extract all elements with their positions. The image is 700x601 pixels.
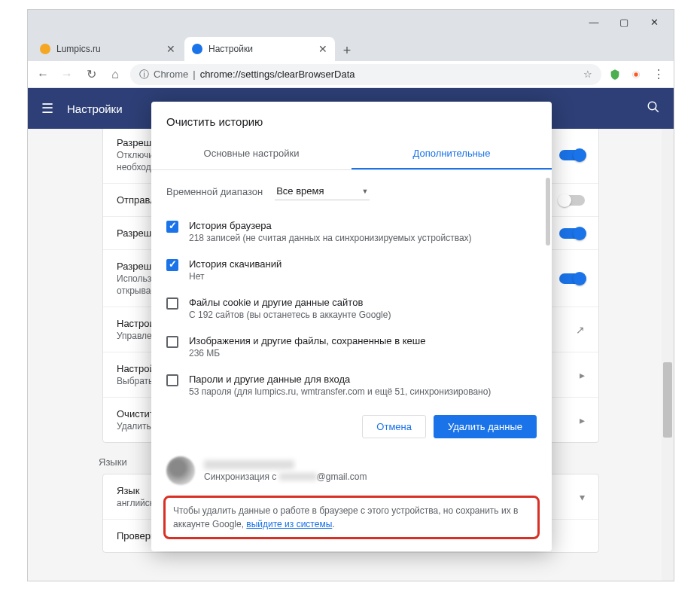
svg-point-1	[634, 72, 638, 76]
checkbox[interactable]	[166, 374, 178, 386]
time-range-label: Временной диапазон	[166, 186, 263, 197]
chevron-down-icon: ▾	[580, 491, 585, 503]
dialog-buttons: Отмена Удалить данные	[151, 404, 552, 449]
option-download-history[interactable]: История скачиванийНет	[166, 251, 537, 289]
checkbox[interactable]	[166, 336, 178, 348]
dialog-scrollbar[interactable]	[546, 178, 550, 246]
browser-window: — ▢ ✕ Lumpics.ru ✕ Настройки ✕ + ← → ↻ ⌂…	[27, 9, 674, 581]
address-bar: ← → ↻ ⌂ ⓘ Chrome | chrome://settings/cle…	[28, 61, 674, 88]
maximize-button[interactable]: ▢	[609, 11, 639, 32]
extension-shield-icon[interactable]	[607, 67, 622, 82]
window-titlebar: — ▢ ✕	[28, 10, 674, 34]
reload-button[interactable]: ↻	[82, 66, 100, 84]
close-tab-icon[interactable]: ✕	[318, 43, 327, 55]
tab-lumpics[interactable]: Lumpics.ru ✕	[32, 37, 183, 61]
checkbox[interactable]	[166, 259, 178, 271]
url-divider: |	[193, 69, 195, 80]
option-browsing-history[interactable]: История браузера218 записей (не считая д…	[166, 212, 537, 251]
bookmark-star-icon[interactable]: ☆	[583, 69, 592, 80]
site-info-icon[interactable]: ⓘ	[139, 68, 149, 81]
dialog-scroll-area: Временной диапазон Все время ▼ История б…	[151, 170, 552, 404]
new-tab-button[interactable]: +	[336, 40, 358, 61]
url-scheme: Chrome	[154, 69, 188, 80]
url-input[interactable]: ⓘ Chrome | chrome://settings/clearBrowse…	[130, 64, 601, 85]
url-path: chrome://settings/clearBrowserData	[200, 69, 355, 80]
home-button[interactable]: ⌂	[106, 66, 124, 84]
toggle-switch[interactable]	[559, 150, 585, 160]
tab-basic[interactable]: Основные настройки	[151, 139, 352, 169]
account-row: Синхронизация с @gmail.com	[151, 449, 552, 490]
page-content: ☰ Настройки Разреши…Отключивнеобходим… О…	[28, 88, 674, 581]
page-scrollbar[interactable]	[662, 129, 674, 581]
dialog-tabs: Основные настройки Дополнительные	[151, 139, 552, 170]
toggle-switch[interactable]	[559, 273, 585, 284]
dialog-title: Очистить историю	[151, 102, 552, 139]
favicon-lumpics	[40, 44, 50, 54]
sign-out-link[interactable]: выйдите из системы	[246, 519, 332, 529]
checkbox[interactable]	[166, 297, 178, 310]
settings-title: Настройки	[67, 102, 123, 115]
close-tab-icon[interactable]: ✕	[166, 43, 175, 55]
extension-meteor-icon[interactable]	[628, 67, 644, 82]
external-link-icon: ↗	[576, 324, 585, 336]
tab-strip: Lumpics.ru ✕ Настройки ✕ +	[28, 34, 674, 61]
option-cookies[interactable]: Файлы cookie и другие данные сайтовС 192…	[166, 289, 537, 328]
tab-settings[interactable]: Настройки ✕	[184, 37, 335, 61]
chevron-right-icon: ▸	[580, 414, 585, 426]
svg-line-3	[655, 108, 659, 112]
tab-label: Настройки	[208, 44, 253, 54]
back-button[interactable]: ←	[34, 66, 52, 84]
forward-button[interactable]: →	[58, 66, 76, 84]
time-range-select[interactable]: Все время ▼	[275, 182, 370, 200]
checkbox[interactable]	[166, 221, 178, 233]
svg-point-2	[648, 102, 656, 110]
sync-status: Синхронизация с @gmail.com	[204, 471, 367, 482]
delete-data-button[interactable]: Удалить данные	[434, 415, 537, 438]
favicon-settings	[192, 44, 202, 54]
cancel-button[interactable]: Отмена	[362, 415, 426, 438]
option-passwords[interactable]: Пароли и другие данные для входа53 парол…	[166, 366, 537, 404]
chevron-right-icon: ▸	[580, 369, 585, 381]
search-icon[interactable]	[647, 100, 660, 117]
menu-icon[interactable]: ☰	[41, 100, 53, 117]
clear-data-dialog: Очистить историю Основные настройки Допо…	[151, 102, 552, 551]
tab-label: Lumpics.ru	[56, 44, 101, 54]
scrollbar-thumb[interactable]	[663, 362, 672, 438]
dropdown-icon: ▼	[362, 188, 369, 195]
option-cache[interactable]: Изображения и другие файлы, сохраненные …	[166, 328, 537, 366]
avatar	[166, 456, 195, 485]
tab-advanced[interactable]: Дополнительные	[352, 139, 552, 169]
toggle-switch[interactable]	[559, 195, 585, 206]
account-name-blurred	[204, 460, 294, 469]
menu-button[interactable]: ⋮	[650, 66, 668, 84]
minimize-button[interactable]: —	[579, 11, 609, 32]
info-box: Чтобы удалить данные о работе в браузере…	[163, 496, 540, 539]
toggle-switch[interactable]	[559, 228, 585, 239]
close-window-button[interactable]: ✕	[639, 11, 669, 32]
